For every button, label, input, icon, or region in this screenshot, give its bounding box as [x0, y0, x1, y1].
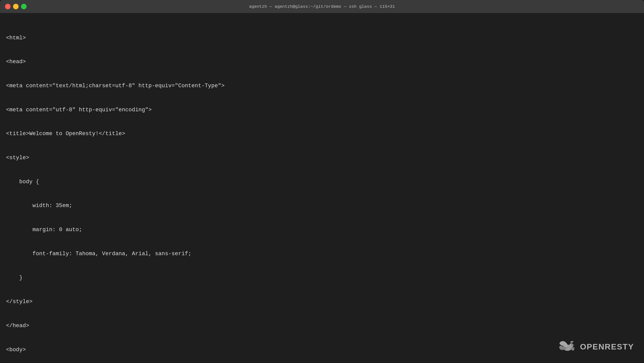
line-6: <style> [6, 154, 638, 162]
line-12: </style> [6, 298, 638, 306]
line-8: width: 35em; [6, 202, 638, 210]
close-button[interactable] [5, 4, 11, 9]
line-11: } [6, 274, 638, 282]
terminal-body[interactable]: <html> <head> <meta content="text/html;c… [0, 13, 644, 363]
svg-point-1 [569, 343, 573, 347]
maximize-button[interactable] [21, 4, 27, 9]
window-title: agentzh — agentzh@glass:~/git/ordemo — s… [249, 4, 395, 9]
minimize-button[interactable] [13, 4, 19, 9]
line-5: <title>Welcome to OpenResty!</title> [6, 130, 638, 138]
line-2: <head> [6, 58, 638, 66]
line-13: </head> [6, 322, 638, 330]
line-7: body { [6, 178, 638, 186]
line-9: margin: 0 auto; [6, 226, 638, 234]
line-1: <html> [6, 34, 638, 42]
terminal-content: <html> <head> <meta content="text/html;c… [6, 18, 638, 363]
line-10: font-family: Tahoma, Verdana, Arial, san… [6, 250, 638, 258]
openresty-logo-text: OPENRESTY [580, 342, 634, 351]
line-3: <meta content="text/html;charset=utf-8" … [6, 82, 638, 90]
svg-point-2 [571, 344, 572, 345]
window-controls [5, 4, 27, 9]
openresty-logo: OPENRESTY [556, 338, 634, 355]
terminal-window: agentzh — agentzh@glass:~/git/ordemo — s… [0, 0, 644, 363]
openresty-bird-icon [556, 338, 577, 355]
line-4: <meta content="utf-8" http-equiv="encodi… [6, 106, 638, 114]
title-bar: agentzh — agentzh@glass:~/git/ordemo — s… [0, 0, 644, 13]
line-14: <body> [6, 346, 638, 354]
